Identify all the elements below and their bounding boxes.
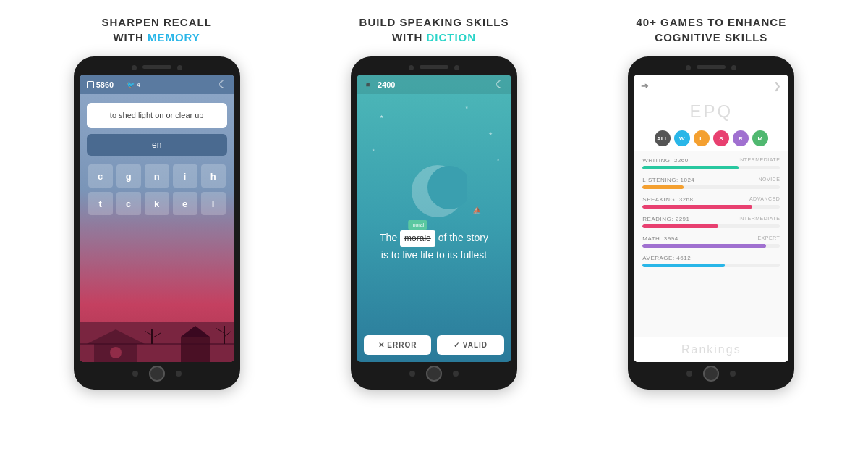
phone-bottom-bar-memory [80, 366, 234, 381]
section-cognitive: 40+ GAMES TO ENHANCE COGNITIVE SKILLS ➔ … [584, 14, 839, 468]
key-i[interactable]: i [173, 164, 197, 188]
error-button[interactable]: ✕ ERROR [364, 335, 431, 355]
stat-writing: WRITING: 2260 INTERMEDIATE [642, 157, 780, 169]
phone-home-btn-c [703, 366, 719, 382]
phone-menu-btn-d [453, 371, 459, 377]
circle-all[interactable]: ALL [655, 130, 671, 146]
key-l[interactable]: l [201, 192, 226, 215]
key-k[interactable]: k [145, 192, 169, 215]
key-c[interactable]: c [88, 164, 113, 188]
main-container: SHARPEN RECALL WITH MEMORY 5860 � [0, 0, 868, 475]
bar-speaking [642, 205, 752, 209]
phone-top-bar-memory [80, 65, 234, 70]
speaker-c [697, 65, 726, 69]
key-g[interactable]: g [116, 164, 141, 188]
section-title-diction: BUILD SPEAKING SKILLS WITH DICTION [359, 14, 509, 45]
stat-listening: LISTENING: 1024 NOVICE [642, 177, 780, 189]
speaker [142, 65, 171, 69]
keyboard[interactable]: c g n i h t c k e l [87, 164, 227, 215]
phone-back-btn-d [409, 371, 415, 377]
memory-score-display: 5860 [87, 80, 114, 89]
key-h[interactable]: h [201, 164, 226, 188]
circle-r[interactable]: R [733, 130, 749, 146]
backspace-button[interactable]: ⌫ [205, 341, 227, 358]
circle-s[interactable]: S [713, 130, 729, 146]
cog-topbar: ➔ ❯ [634, 75, 788, 97]
phone-home-btn-d [426, 366, 442, 382]
crossed-word: moralmorale [400, 230, 435, 247]
stat-math: MATH: 3994 EXPERT [642, 235, 780, 248]
phone-diction: ◾ 2400 ☾ ★ ★ ★ ★ ★ [351, 56, 517, 390]
cog-circles: ALL W L S R M [634, 126, 788, 151]
phone-top-bar-cog [634, 65, 788, 70]
camera-dot-d1 [409, 65, 414, 70]
memory-bottom-bar: Skip Submit ⌫ [80, 341, 234, 362]
share-icon[interactable]: ➔ [641, 80, 649, 91]
circle-w[interactable]: W [674, 130, 690, 146]
key-c2[interactable]: c [116, 192, 141, 215]
key-row-1: c g n i h [87, 164, 227, 188]
memory-topbar: 5860 🐦 4 ☾ [80, 75, 234, 94]
stat-reading: READING: 2291 INTERMEDIATE [642, 216, 780, 228]
next-icon[interactable]: ❯ [773, 80, 781, 91]
phone-back-btn-c [686, 371, 692, 377]
diction-moon-icon: ☾ [495, 79, 504, 90]
boat-icon: ⛵ [472, 206, 481, 214]
phone-menu-btn [176, 371, 182, 377]
diction-buttons: ✕ ERROR ✓ VALID [357, 328, 511, 362]
camera-dot-d2 [454, 65, 459, 70]
bar-reading [642, 224, 718, 228]
bar-math [642, 244, 766, 248]
bar-listening [642, 185, 684, 189]
phone-top-bar-diction [357, 65, 511, 70]
stat-average: AVERAGE: 4612 [642, 255, 780, 267]
circle-l[interactable]: L [694, 130, 710, 146]
screen-cognitive: ➔ ❯ EPQ ALL W L S R M [634, 75, 788, 362]
input-box: en [87, 134, 227, 156]
screen-diction: ◾ 2400 ☾ ★ ★ ★ ★ ★ [357, 75, 511, 362]
phone-menu-btn-c [730, 371, 736, 377]
stat-speaking: SPEAKING: 3268 ADVANCED [642, 196, 780, 209]
section-title-cognitive: 40+ GAMES TO ENHANCE COGNITIVE SKILLS [636, 14, 786, 45]
bar-writing [642, 166, 739, 169]
bar-average [642, 264, 725, 267]
sentence-area: The moralmorale of the story is to live … [373, 230, 495, 264]
cog-stats: WRITING: 2260 INTERMEDIATE LISTENING: 10… [634, 151, 788, 337]
camera-dot2 [177, 65, 182, 70]
score-icon [87, 81, 94, 88]
phone-home-btn [149, 366, 165, 382]
key-n[interactable]: n [145, 164, 169, 188]
section-diction: BUILD SPEAKING SKILLS WITH DICTION ◾ 240… [306, 14, 561, 468]
phone-back-btn [132, 371, 138, 377]
moon-icon: ☾ [218, 79, 227, 90]
rankings-label[interactable]: Rankings [634, 337, 788, 362]
section-memory: SHARPEN RECALL WITH MEMORY 5860 � [29, 14, 284, 468]
camera-dot-c1 [686, 65, 691, 70]
circle-m[interactable]: M [752, 130, 768, 146]
submit-button[interactable]: Submit [124, 341, 202, 358]
epq-title: EPQ [634, 97, 788, 126]
key-e[interactable]: e [173, 192, 197, 215]
diction-content: ⛵ The moralmorale of the story is to liv… [365, 94, 503, 328]
diction-score-icon: ◾ [364, 81, 372, 88]
section-title-memory: SHARPEN RECALL WITH MEMORY [101, 14, 211, 45]
diction-topbar: ◾ 2400 ☾ [357, 75, 511, 94]
skip-button[interactable]: Skip [87, 341, 121, 358]
hint-box: to shed light on or clear up [87, 103, 227, 128]
moon-svg [401, 159, 467, 224]
phone-cognitive: ➔ ❯ EPQ ALL W L S R M [628, 56, 794, 390]
valid-button[interactable]: ✓ VALID [437, 335, 504, 355]
camera-dot [132, 65, 137, 70]
phone-bottom-bar-cog [634, 366, 788, 381]
key-row-2: t c k e l [87, 192, 227, 215]
bird-count: 🐦 4 [127, 81, 140, 88]
key-t[interactable]: t [88, 192, 113, 215]
memory-content: to shed light on or clear up en c g n i [80, 94, 234, 341]
phone-memory: 5860 🐦 4 ☾ to shed light on or clear up … [74, 56, 240, 390]
screen-memory: 5860 🐦 4 ☾ to shed light on or clear up … [80, 75, 234, 362]
speaker-d [420, 65, 448, 69]
phone-bottom-bar-diction [357, 366, 511, 381]
camera-dot-c2 [731, 65, 736, 70]
